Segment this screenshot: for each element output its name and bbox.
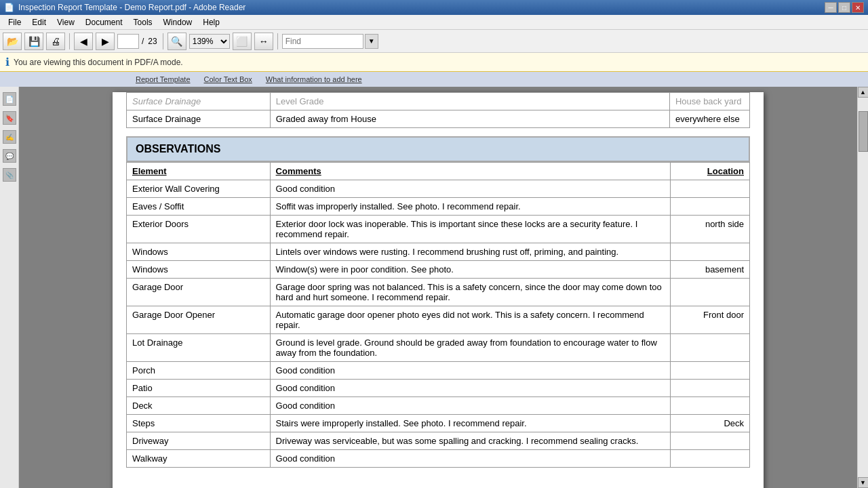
menu-document[interactable]: Document <box>80 16 128 28</box>
page-number-input[interactable]: 3 <box>117 34 139 49</box>
title-bar: 📄 Inspection Report Template - Demo Repo… <box>0 0 868 15</box>
table-row: Eaves / SoffitSoffit was improperly inst… <box>127 198 750 216</box>
next-page-button[interactable]: ▶ <box>96 33 115 50</box>
obs-location-3 <box>670 243 749 261</box>
table-row: DrivewayDriveway was serviceable, but wa… <box>127 432 750 450</box>
save-button[interactable]: 💾 <box>24 33 43 50</box>
menu-edit[interactable]: Edit <box>26 16 52 28</box>
find-dropdown[interactable]: ▼ <box>365 34 378 49</box>
obs-element-9: Patio <box>127 380 271 397</box>
toolbar-separator-3 <box>277 33 278 49</box>
obs-location-0 <box>670 180 749 198</box>
table-row: WindowsLintels over windows were rusting… <box>127 243 750 261</box>
obs-element-8: Porch <box>127 362 271 380</box>
prev-page-button[interactable]: ◀ <box>74 33 93 50</box>
obs-comment-2: Exterior door lock was inoperable. This … <box>270 216 670 243</box>
observations-header: OBSERVATIONS <box>126 136 750 162</box>
partial-element-1: Surface Drainage <box>127 93 271 110</box>
main-window: 📄 Inspection Report Template - Demo Repo… <box>0 0 868 488</box>
info-bar: ℹ You are viewing this document in PDF/A… <box>0 53 868 72</box>
table-row: WindowsWindow(s) were in poor condition.… <box>127 261 750 279</box>
table-row: Exterior Wall CoveringGood condition <box>127 180 750 198</box>
minimize-button[interactable]: ─ <box>825 2 837 13</box>
zoom-out-button[interactable]: 🔍 <box>167 33 186 50</box>
obs-location-7 <box>670 334 749 362</box>
table-row: PorchGood condition <box>127 362 750 380</box>
menu-tools[interactable]: Tools <box>128 16 158 28</box>
toolbar-separator-1 <box>69 33 70 49</box>
obs-element-12: Driveway <box>127 432 271 450</box>
table-row: WalkwayGood condition <box>127 450 750 468</box>
print-button[interactable]: 🖨 <box>46 33 65 50</box>
obs-element-7: Lot Drainage <box>127 334 271 362</box>
obs-comment-9: Good condition <box>270 380 670 397</box>
title-bar-left: 📄 Inspection Report Template - Demo Repo… <box>4 3 245 12</box>
obs-comment-12: Driveway was serviceable, but was some s… <box>270 432 670 450</box>
content-area: 📄 🔖 ✍ 💬 📎 Surface Drainage Level Grade H… <box>0 87 868 488</box>
menu-file[interactable]: File <box>3 16 26 28</box>
find-input[interactable] <box>282 34 363 49</box>
obs-comment-8: Good condition <box>270 362 670 380</box>
obs-location-9 <box>670 380 749 397</box>
partial-comment-2: Graded away from House <box>270 110 669 128</box>
obs-location-6: Front door <box>670 306 749 334</box>
sidebar-comments-icon[interactable]: 💬 <box>3 149 16 163</box>
top-link-3[interactable]: What information to add here <box>266 75 362 83</box>
obs-comment-13: Good condition <box>270 450 670 468</box>
title-bar-controls: ─ □ ✕ <box>825 2 864 13</box>
toolbar-separator-2 <box>163 33 163 49</box>
obs-element-6: Garage Door Opener <box>127 306 271 334</box>
table-row: Exterior DoorsExterior door lock was ino… <box>127 216 750 243</box>
top-link-bar: Report Template Color Text Box What info… <box>0 72 868 87</box>
scroll-down-button[interactable]: ▼ <box>858 477 869 488</box>
obs-element-3: Windows <box>127 243 271 261</box>
col-header-location: Location <box>670 163 749 180</box>
scroll-thumb[interactable] <box>859 111 868 152</box>
fit-width-button[interactable]: ↔ <box>254 33 273 50</box>
document-content: Surface Drainage Level Grade House back … <box>113 92 764 481</box>
close-button[interactable]: ✕ <box>852 2 864 13</box>
col-header-element: Element <box>127 163 271 180</box>
table-row: StepsStairs were improperly installed. S… <box>127 415 750 432</box>
page-navigation: 3 / 23 <box>117 34 159 49</box>
sidebar-bookmarks-icon[interactable]: 🔖 <box>3 111 16 125</box>
left-sidebar: 📄 🔖 ✍ 💬 📎 <box>0 87 19 488</box>
obs-element-10: Deck <box>127 397 271 415</box>
fit-page-button[interactable]: ⬜ <box>233 33 252 50</box>
obs-comment-3: Lintels over windows were rusting. I rec… <box>270 243 670 261</box>
top-link-1[interactable]: Report Template <box>136 75 191 83</box>
obs-element-1: Eaves / Soffit <box>127 198 271 216</box>
obs-location-13 <box>670 450 749 468</box>
menu-window[interactable]: Window <box>158 16 198 28</box>
obs-location-2: north side <box>670 216 749 243</box>
sidebar-pages-icon[interactable]: 📄 <box>3 92 16 106</box>
menu-help[interactable]: Help <box>197 16 225 28</box>
table-row: Surface Drainage Level Grade House back … <box>127 93 750 110</box>
table-header-row: Element Comments Location <box>127 163 750 180</box>
top-link-2[interactable]: Color Text Box <box>204 75 252 83</box>
open-button[interactable]: 📂 <box>3 33 22 50</box>
obs-location-4: basement <box>670 261 749 279</box>
partial-table: Surface Drainage Level Grade House back … <box>126 92 750 128</box>
partial-location-2: everywhere else <box>669 110 749 128</box>
zoom-select[interactable]: 139% 100% 75% <box>189 34 230 49</box>
table-row: Lot DrainageGround is level grade. Groun… <box>127 334 750 362</box>
obs-comment-4: Window(s) were in poor condition. See ph… <box>270 261 670 279</box>
obs-element-5: Garage Door <box>127 279 271 306</box>
scroll-up-button[interactable]: ▲ <box>858 87 869 98</box>
obs-comment-10: Good condition <box>270 397 670 415</box>
scroll-track[interactable] <box>858 98 869 477</box>
obs-location-10 <box>670 397 749 415</box>
obs-element-0: Exterior Wall Covering <box>127 180 271 198</box>
maximize-button[interactable]: □ <box>838 2 850 13</box>
sidebar-signatures-icon[interactable]: ✍ <box>3 130 16 144</box>
menu-view[interactable]: View <box>52 16 80 28</box>
table-row: PatioGood condition <box>127 380 750 397</box>
partial-element-2: Surface Drainage <box>127 110 271 128</box>
page-separator: / <box>140 37 145 46</box>
right-scrollbar: ▲ ▼ <box>857 87 868 488</box>
sidebar-attachments-icon[interactable]: 📎 <box>3 168 16 182</box>
obs-comment-5: Garage door spring was not balanced. Thi… <box>270 279 670 306</box>
obs-location-1 <box>670 198 749 216</box>
table-row: Surface Drainage Graded away from House … <box>127 110 750 128</box>
